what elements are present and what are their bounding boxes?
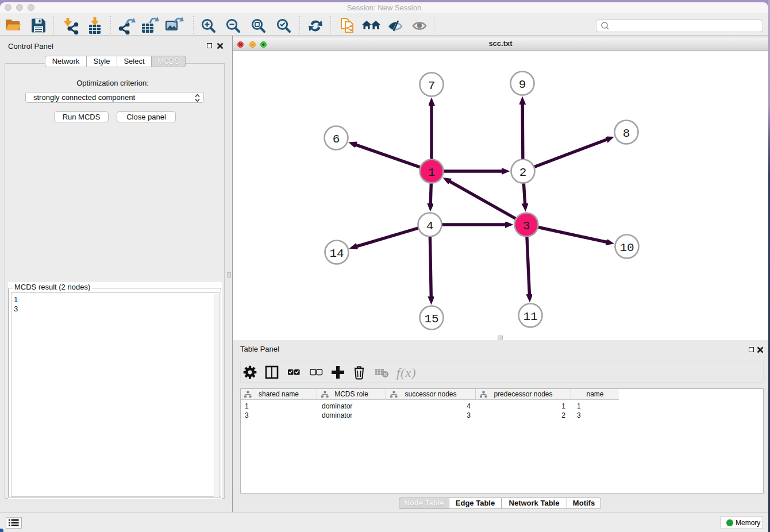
svg-text:11: 11 [523, 310, 537, 323]
svg-text:7: 7 [428, 79, 436, 92]
svg-text:14: 14 [329, 247, 344, 260]
svg-text:4: 4 [426, 219, 434, 233]
svg-text:f(x): f(x) [396, 365, 417, 380]
svg-text:8: 8 [623, 127, 630, 140]
svg-text:1: 1 [428, 166, 436, 179]
svg-text:6: 6 [333, 133, 340, 146]
svg-text:9: 9 [519, 78, 526, 91]
svg-text:15: 15 [424, 313, 438, 326]
svg-text:10: 10 [619, 241, 634, 255]
svg-text:2: 2 [519, 166, 527, 179]
svg-text:3: 3 [523, 219, 530, 233]
